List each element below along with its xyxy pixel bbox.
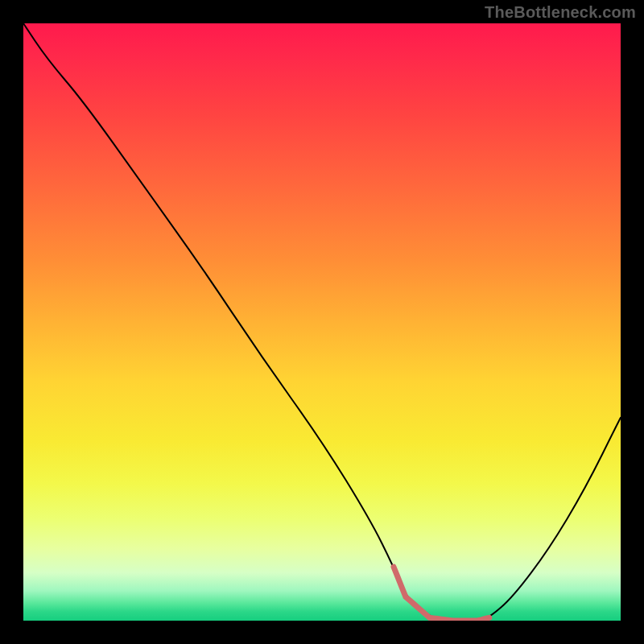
chart-plot-area	[23, 23, 621, 621]
bottleneck-curve	[23, 23, 621, 621]
attribution-text: TheBottleneck.com	[485, 3, 636, 22]
chart-frame: TheBottleneck.com	[0, 0, 644, 644]
chart-overlay	[23, 23, 621, 621]
optimal-range-highlight	[394, 567, 489, 621]
